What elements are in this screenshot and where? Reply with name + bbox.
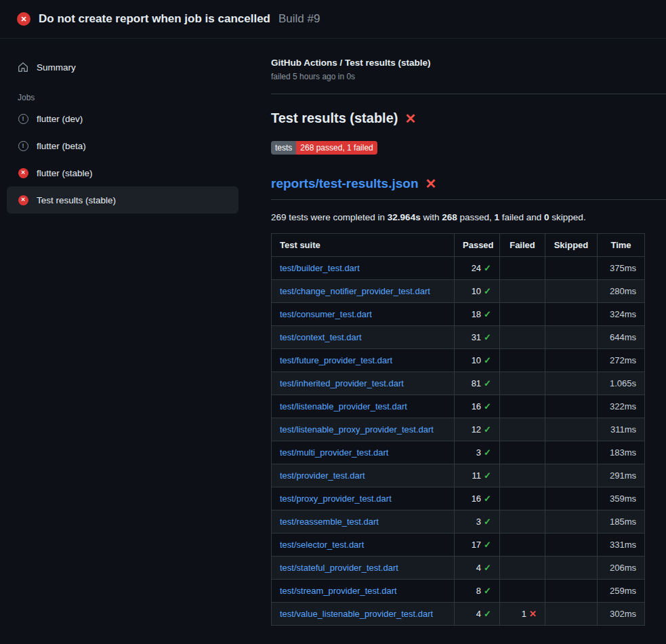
skipped-count xyxy=(545,257,598,280)
time-value: 185ms xyxy=(598,510,645,534)
skipped-count xyxy=(545,418,598,441)
check-icon: ✓ xyxy=(484,355,491,365)
test-suite-link[interactable]: test/change_notifier_provider_test.dart xyxy=(280,286,430,296)
report-file-link[interactable]: reports/test-results.json xyxy=(271,176,419,191)
table-row: test/provider_test.dart11✓291ms xyxy=(272,464,645,487)
passed-count: 4✓ xyxy=(455,603,500,626)
time-value: 302ms xyxy=(598,603,645,626)
table-row: test/listenable_proxy_provider_test.dart… xyxy=(272,418,645,441)
time-value: 280ms xyxy=(598,280,645,303)
failed-status-icon: ✕ xyxy=(17,12,30,26)
skipped-count xyxy=(545,441,598,464)
test-suite-link[interactable]: test/selector_test.dart xyxy=(280,540,364,550)
passed-count: 8✓ xyxy=(455,580,500,603)
failed-count xyxy=(500,441,545,464)
skipped-count xyxy=(545,487,598,510)
table-row: test/stateful_provider_test.dart4✓206ms xyxy=(272,557,645,580)
check-icon: ✓ xyxy=(484,540,491,550)
home-icon xyxy=(18,62,28,73)
table-row: test/proxy_provider_test.dart16✓359ms xyxy=(272,487,645,510)
passed-count: 24✓ xyxy=(455,257,500,280)
failed-count xyxy=(500,372,545,395)
sidebar-item-label: Test results (stable) xyxy=(37,195,116,205)
check-icon: ✓ xyxy=(484,424,491,435)
column-header-time: Time xyxy=(598,234,645,257)
passed-count: 16✓ xyxy=(455,395,500,418)
sidebar-item-test-results[interactable]: ✕ Test results (stable) xyxy=(7,186,238,214)
main-content: GitHub Actions / Test results (stable) f… xyxy=(261,39,666,626)
test-suite-link[interactable]: test/value_listenable_provider_test.dart xyxy=(280,609,433,619)
sidebar-item-flutter-stable[interactable]: ✕ flutter (stable) xyxy=(7,159,238,186)
test-suite-link[interactable]: test/listenable_proxy_provider_test.dart xyxy=(280,424,434,435)
check-icon: ✓ xyxy=(484,447,491,458)
skipped-count xyxy=(545,510,598,534)
test-table-body: test/builder_test.dart24✓375mstest/chang… xyxy=(272,257,645,626)
check-icon: ✓ xyxy=(484,286,491,296)
skipped-count xyxy=(545,372,598,395)
sidebar: Summary Jobs ! flutter (dev) ! flutter (… xyxy=(0,39,261,214)
passed-count: 4✓ xyxy=(455,557,500,580)
test-suite-link[interactable]: test/stateful_provider_test.dart xyxy=(280,563,398,573)
passed-count: 18✓ xyxy=(455,303,500,326)
sidebar-item-flutter-beta[interactable]: ! flutter (beta) xyxy=(7,132,238,159)
test-suite-link[interactable]: test/multi_provider_test.dart xyxy=(280,447,388,458)
breadcrumb: GitHub Actions / Test results (stable) xyxy=(271,58,666,68)
test-summary-line: 269 tests were completed in 32.964s with… xyxy=(271,212,666,222)
test-suite-link[interactable]: test/proxy_provider_test.dart xyxy=(280,494,392,504)
sidebar-item-flutter-dev[interactable]: ! flutter (dev) xyxy=(7,105,238,132)
page-title: Do not create report when job is cancell… xyxy=(39,12,270,26)
table-row: test/future_provider_test.dart10✓272ms xyxy=(272,349,645,372)
failed-icon: ✕ xyxy=(18,195,28,205)
time-value: 644ms xyxy=(598,326,645,349)
failed-count: 1✕ xyxy=(500,603,545,626)
skipped-count xyxy=(545,395,598,418)
time-value: 183ms xyxy=(598,441,645,464)
skipped-count xyxy=(545,349,598,372)
skipped-count xyxy=(545,326,598,349)
check-icon: ✓ xyxy=(484,517,491,527)
table-header-row: Test suite Passed Failed Skipped Time xyxy=(272,234,645,257)
skipped-count xyxy=(545,557,598,580)
run-status-line: failed 5 hours ago in 0s xyxy=(271,72,666,81)
failed-x-icon: ✕ xyxy=(404,112,416,125)
test-suite-link[interactable]: test/builder_test.dart xyxy=(280,263,360,273)
passed-count: 12✓ xyxy=(455,418,500,441)
sidebar-item-label: flutter (stable) xyxy=(37,168,93,178)
failed-count xyxy=(500,395,545,418)
time-value: 311ms xyxy=(598,418,645,441)
test-suite-link[interactable]: test/stream_provider_test.dart xyxy=(280,586,397,596)
test-suite-link[interactable]: test/future_provider_test.dart xyxy=(280,355,392,365)
sidebar-item-label: flutter (beta) xyxy=(37,141,86,151)
check-icon: ✓ xyxy=(484,494,491,504)
test-suite-link[interactable]: test/consumer_test.dart xyxy=(280,309,372,319)
table-row: test/stream_provider_test.dart8✓259ms xyxy=(272,580,645,603)
cancelled-icon: ! xyxy=(18,141,28,151)
test-suite-link[interactable]: test/inherited_provider_test.dart xyxy=(280,378,404,388)
test-suite-link[interactable]: test/listenable_provider_test.dart xyxy=(280,401,407,411)
time-value: 291ms xyxy=(598,464,645,487)
skipped-count xyxy=(545,280,598,303)
build-number: Build #9 xyxy=(278,12,320,26)
table-row: test/consumer_test.dart18✓324ms xyxy=(272,303,645,326)
time-value: 272ms xyxy=(598,349,645,372)
failed-count xyxy=(500,580,545,603)
test-suite-link[interactable]: test/reassemble_test.dart xyxy=(280,517,379,527)
table-row: test/selector_test.dart17✓331ms xyxy=(272,534,645,557)
column-header-suite: Test suite xyxy=(272,234,455,257)
passed-count: 3✓ xyxy=(455,441,500,464)
failed-count xyxy=(500,534,545,557)
test-suite-link[interactable]: test/provider_test.dart xyxy=(280,470,365,481)
failed-count xyxy=(500,418,545,441)
test-suite-link[interactable]: test/context_test.dart xyxy=(280,332,362,342)
x-icon: ✕ xyxy=(529,609,537,619)
table-row: test/inherited_provider_test.dart81✓1.06… xyxy=(272,372,645,395)
table-row: test/listenable_provider_test.dart16✓322… xyxy=(272,395,645,418)
sidebar-item-label: flutter (dev) xyxy=(37,114,83,124)
check-icon: ✓ xyxy=(484,470,491,481)
table-row: test/value_listenable_provider_test.dart… xyxy=(272,603,645,626)
time-value: 206ms xyxy=(598,557,645,580)
column-header-skipped: Skipped xyxy=(545,234,598,257)
time-value: 259ms xyxy=(598,580,645,603)
sidebar-item-summary[interactable]: Summary xyxy=(7,54,238,81)
failed-count xyxy=(500,257,545,280)
